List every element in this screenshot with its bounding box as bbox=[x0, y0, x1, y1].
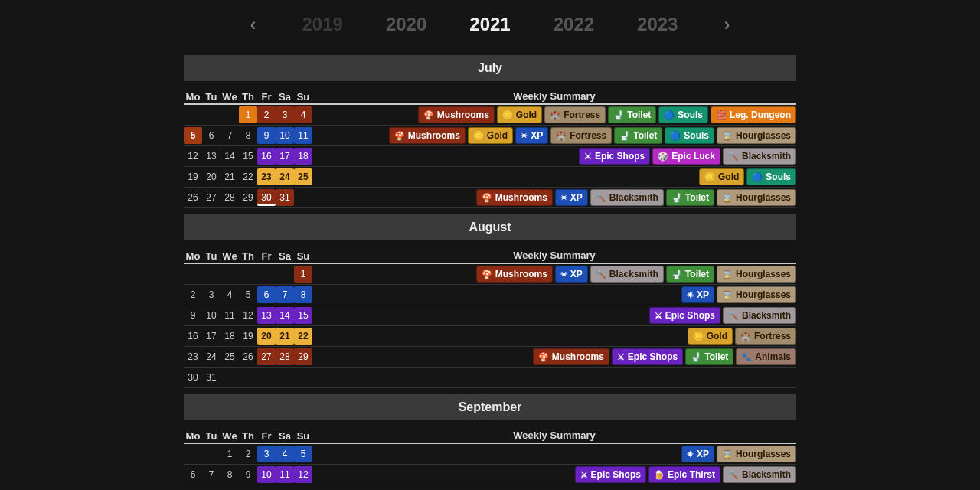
event-tag-toilet[interactable]: 🚽Toilet bbox=[666, 189, 714, 206]
day-cell[interactable]: 9 bbox=[184, 307, 202, 324]
day-cell[interactable]: 12 bbox=[239, 307, 257, 324]
day-cell[interactable]: 19 bbox=[239, 328, 257, 345]
day-cell[interactable]: 28 bbox=[220, 189, 239, 206]
day-cell[interactable]: 22 bbox=[239, 168, 257, 185]
year-option[interactable]: 2020 bbox=[386, 14, 426, 35]
day-cell[interactable]: 19 bbox=[184, 168, 202, 185]
day-cell[interactable]: 17 bbox=[202, 328, 220, 345]
day-cell[interactable]: 24 bbox=[276, 168, 294, 185]
day-cell[interactable]: 27 bbox=[202, 189, 220, 206]
event-tag-mush[interactable]: 🍄Mushrooms bbox=[533, 348, 609, 365]
day-cell[interactable]: 7 bbox=[220, 127, 239, 144]
day-cell[interactable]: 6 bbox=[202, 127, 220, 144]
event-tag-souls[interactable]: 🔵Souls bbox=[658, 106, 708, 123]
day-cell[interactable]: 4 bbox=[294, 106, 312, 123]
day-cell[interactable]: 15 bbox=[294, 307, 312, 324]
day-cell[interactable]: 8 bbox=[239, 127, 257, 144]
day-cell[interactable]: 7 bbox=[276, 286, 294, 303]
day-cell[interactable]: 3 bbox=[257, 446, 276, 462]
day-cell[interactable]: 20 bbox=[202, 168, 220, 185]
day-cell[interactable]: 17 bbox=[276, 148, 294, 165]
day-cell[interactable]: 7 bbox=[202, 466, 220, 483]
day-cell[interactable]: 27 bbox=[257, 348, 276, 365]
event-tag-black[interactable]: 🔨Blacksmith bbox=[590, 266, 664, 283]
day-cell[interactable]: 8 bbox=[294, 286, 312, 303]
day-cell[interactable]: 16 bbox=[257, 148, 276, 165]
day-cell[interactable]: 1 bbox=[220, 446, 239, 462]
event-tag-eluck[interactable]: 🎲Epic Luck bbox=[652, 148, 720, 165]
event-tag-xp[interactable]: ✴XP bbox=[681, 446, 714, 462]
event-tag-souls[interactable]: 🔵Souls bbox=[746, 168, 796, 185]
day-cell[interactable]: 12 bbox=[294, 466, 312, 483]
day-cell[interactable]: 13 bbox=[202, 148, 220, 165]
day-cell[interactable]: 30 bbox=[184, 369, 202, 386]
day-cell[interactable]: 28 bbox=[276, 348, 294, 365]
event-tag-black[interactable]: 🔨Blacksmith bbox=[723, 148, 796, 165]
event-tag-toilet[interactable]: 🚽Toilet bbox=[608, 106, 656, 123]
day-cell[interactable]: 29 bbox=[239, 189, 257, 206]
event-tag-mush[interactable]: 🍄Mushrooms bbox=[418, 106, 495, 123]
day-cell[interactable]: 25 bbox=[220, 348, 239, 365]
event-tag-xp[interactable]: ✴XP bbox=[681, 286, 714, 303]
day-cell[interactable]: 1 bbox=[239, 106, 257, 123]
day-cell[interactable]: 18 bbox=[294, 148, 312, 165]
year-option[interactable]: 2023 bbox=[637, 14, 678, 35]
day-cell[interactable]: 23 bbox=[184, 348, 202, 365]
day-cell[interactable]: 10 bbox=[202, 307, 220, 324]
day-cell[interactable]: 1 bbox=[294, 266, 312, 283]
day-cell[interactable]: 11 bbox=[294, 127, 312, 144]
event-tag-gold[interactable]: 🪙Gold bbox=[688, 328, 733, 345]
event-tag-eshops[interactable]: ⚔Epic Shops bbox=[612, 348, 683, 365]
day-cell[interactable]: 9 bbox=[239, 466, 257, 483]
day-cell[interactable]: 14 bbox=[276, 307, 294, 324]
event-tag-black[interactable]: 🔨Blacksmith bbox=[723, 307, 796, 324]
event-tag-mush[interactable]: 🍄Mushrooms bbox=[476, 189, 553, 206]
day-cell[interactable]: 23 bbox=[257, 168, 276, 185]
event-tag-xp[interactable]: ✴XP bbox=[555, 266, 588, 283]
day-cell[interactable]: 6 bbox=[184, 466, 202, 483]
year-option[interactable]: 2019 bbox=[302, 14, 343, 35]
day-cell[interactable]: 3 bbox=[276, 106, 294, 123]
day-cell[interactable]: 4 bbox=[276, 446, 294, 462]
day-cell[interactable]: 9 bbox=[257, 127, 276, 144]
event-tag-eshops[interactable]: ⚔Epic Shops bbox=[649, 307, 720, 324]
day-cell[interactable]: 26 bbox=[184, 189, 202, 206]
event-tag-hour[interactable]: ⌛Hourglasses bbox=[717, 189, 796, 206]
day-cell[interactable]: 6 bbox=[257, 286, 276, 303]
event-tag-mush[interactable]: 🍄Mushrooms bbox=[389, 127, 466, 144]
day-cell[interactable]: 31 bbox=[276, 189, 294, 206]
event-tag-gold[interactable]: 🪙Gold bbox=[699, 168, 744, 185]
event-tag-hour[interactable]: ⌛Hourglasses bbox=[717, 286, 796, 303]
day-cell[interactable]: 4 bbox=[220, 286, 239, 303]
day-cell[interactable]: 3 bbox=[202, 286, 220, 303]
event-tag-black[interactable]: 🔨Blacksmith bbox=[723, 466, 796, 483]
day-cell[interactable]: 10 bbox=[276, 127, 294, 144]
year-option[interactable]: 2021 bbox=[469, 14, 510, 35]
event-tag-toilet[interactable]: 🚽Toilet bbox=[685, 348, 733, 365]
event-tag-xp[interactable]: ✴XP bbox=[515, 127, 548, 144]
day-cell[interactable]: 8 bbox=[220, 466, 239, 483]
day-cell[interactable]: 12 bbox=[184, 148, 202, 165]
day-cell[interactable]: 2 bbox=[257, 106, 276, 123]
day-cell[interactable]: 20 bbox=[257, 328, 276, 345]
year-option[interactable]: 2022 bbox=[554, 14, 594, 35]
day-cell[interactable]: 21 bbox=[276, 328, 294, 345]
event-tag-fortress[interactable]: 🏰Fortress bbox=[550, 127, 612, 144]
day-cell[interactable]: 11 bbox=[220, 307, 239, 324]
event-tag-eshops[interactable]: ⚔Epic Shops bbox=[575, 466, 646, 483]
event-tag-xp[interactable]: ✴XP bbox=[555, 189, 588, 206]
event-tag-hour[interactable]: ⌛Hourglasses bbox=[717, 446, 796, 462]
day-cell[interactable]: 21 bbox=[220, 168, 239, 185]
day-cell[interactable]: 18 bbox=[220, 328, 239, 345]
day-cell[interactable]: 16 bbox=[184, 328, 202, 345]
event-tag-fortress[interactable]: 🏰Fortress bbox=[544, 106, 606, 123]
event-tag-gold[interactable]: 🪙Gold bbox=[497, 106, 542, 123]
day-cell[interactable]: 10 bbox=[257, 466, 276, 483]
event-tag-toilet[interactable]: 🚽Toilet bbox=[614, 127, 662, 144]
event-tag-hour[interactable]: ⌛Hourglasses bbox=[717, 127, 796, 144]
day-cell[interactable]: 24 bbox=[202, 348, 220, 365]
day-cell[interactable]: 15 bbox=[239, 148, 257, 165]
event-tag-eshops[interactable]: ⚔Epic Shops bbox=[579, 148, 650, 165]
prev-year-button[interactable]: ‹ bbox=[247, 14, 260, 35]
day-cell[interactable]: 11 bbox=[276, 466, 294, 483]
